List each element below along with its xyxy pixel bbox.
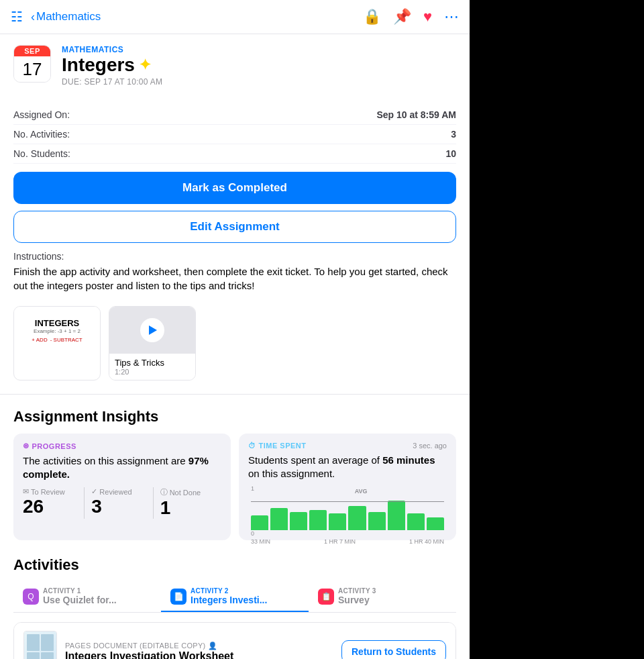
assigned-on-val: Sep 10 at 8:59 AM xyxy=(376,109,456,120)
axis-label-3: 1 HR 40 MIN xyxy=(409,538,444,545)
poster-thumb: INTEGERS Example: -3 + 1 = 2 + ADD - SUB… xyxy=(14,307,100,354)
not-done-val: 1 xyxy=(160,497,215,519)
progress-text: The activities on this assignment are 97… xyxy=(23,454,221,480)
back-label: Mathematics xyxy=(36,10,101,23)
activities-title: Activities xyxy=(13,556,456,574)
play-icon xyxy=(149,325,157,335)
assignment-meta: Assigned On: Sep 10 at 8:59 AM No. Activ… xyxy=(0,97,470,164)
time-chart: 1 AVG xyxy=(248,485,447,532)
lock-icon[interactable]: 🔒 xyxy=(363,8,381,26)
bar-8 xyxy=(388,501,405,530)
students-val: 10 xyxy=(445,148,456,159)
bar-5 xyxy=(329,513,346,530)
poster-subtract-label: - SUBTRACT xyxy=(50,337,83,343)
section-divider xyxy=(0,394,470,395)
cal-day: 17 xyxy=(14,56,50,83)
bar-7 xyxy=(368,512,386,531)
doc-name: Integers Investigation Worksheet xyxy=(65,650,333,660)
insights-section: Assignment Insights ⊛ PROGRESS The activ… xyxy=(0,397,470,546)
doc-thumbnail xyxy=(23,631,57,659)
play-button-container[interactable] xyxy=(109,307,195,354)
progress-label: ⊛ PROGRESS xyxy=(23,442,221,450)
attachment-poster[interactable]: INTEGERS Example: -3 + 1 = 2 + ADD - SUB… xyxy=(13,306,101,381)
more-icon[interactable]: ⋯ xyxy=(444,8,459,26)
x-axis-0: 0 xyxy=(251,530,254,537)
time-spent-card: ⏱ TIME SPENT 3 sec. ago Students spent a… xyxy=(239,434,456,540)
bar-4 xyxy=(309,510,327,530)
students-row: No. Students: 10 xyxy=(13,144,456,164)
reviewed-val: 3 xyxy=(91,496,146,517)
instructions-label: Instructions: xyxy=(13,251,456,262)
bar-2 xyxy=(270,508,288,530)
tab-1-num: ACTIVITY 1 xyxy=(43,587,117,595)
reviewed-stat: ✓ Reviewed 3 xyxy=(84,487,152,519)
tab-2-name: Integers Investi... xyxy=(191,595,267,605)
action-buttons: Mark as Completed Edit Assignment xyxy=(0,164,470,251)
mark-complete-button[interactable]: Mark as Completed xyxy=(13,172,456,204)
tab-activity-1[interactable]: Q ACTIVITY 1 Use Quizlet for... xyxy=(13,582,161,612)
assignment-header: SEP 17 MATHEMATICS Integers ✦ DUE: SEP 1… xyxy=(0,34,470,97)
tab-1-name: Use Quizlet for... xyxy=(43,595,117,605)
integers-poster-subtitle: Example: -3 + 1 = 2 xyxy=(34,328,80,334)
sparkle-icon: ✦ xyxy=(139,56,151,74)
attachments-row: INTEGERS Example: -3 + 1 = 2 + ADD - SUB… xyxy=(0,301,470,391)
video-duration: 1:20 xyxy=(115,368,190,376)
clock-icon: ⏱ xyxy=(248,442,256,450)
integers-poster-title: INTEGERS xyxy=(35,318,79,328)
edit-assignment-button[interactable]: Edit Assignment xyxy=(13,211,456,243)
to-review-stat: ✉ To Review 26 xyxy=(23,487,84,519)
doc-thumb-image xyxy=(24,631,56,659)
instructions-text: Finish the app activity and worksheet, t… xyxy=(13,264,456,293)
progress-stats: ✉ To Review 26 ✓ Reviewed 3 xyxy=(23,487,221,519)
assignment-title-text: Integers xyxy=(62,54,135,76)
person-icon: 👤 xyxy=(208,642,217,650)
calendar-badge: SEP 17 xyxy=(13,45,51,83)
doc-type: PAGES DOCUMENT (EDITABLE COPY) 👤 xyxy=(65,642,333,650)
cal-month: SEP xyxy=(14,46,50,56)
pin-icon[interactable]: 📌 xyxy=(393,8,411,26)
chart-bars xyxy=(248,493,447,530)
video-thumb xyxy=(109,307,195,354)
assigned-on-row: Assigned On: Sep 10 at 8:59 AM xyxy=(13,105,456,125)
attachment-video[interactable]: Tips & Tricks 1:20 xyxy=(109,306,196,381)
top-nav: ☷ ‹ Mathematics 🔒 📌 ♥ ⋯ xyxy=(0,0,470,34)
bar-6 xyxy=(348,506,366,530)
tab-2-num: ACTIVITY 2 xyxy=(191,587,267,595)
activities-label: No. Activities: xyxy=(13,129,70,140)
to-review-val: 26 xyxy=(23,496,77,517)
due-date: DUE: SEP 17 AT 10:00 AM xyxy=(62,77,456,87)
tab-activity-2[interactable]: 📄 ACTIVITY 2 Integers Investi... xyxy=(161,582,309,612)
assignment-title-block: MATHEMATICS Integers ✦ DUE: SEP 17 AT 10… xyxy=(62,45,456,87)
activities-val: 3 xyxy=(451,129,456,140)
assignment-name: Integers ✦ xyxy=(62,54,456,76)
tab-activity-3[interactable]: 📋 ACTIVITY 3 Survey xyxy=(309,582,456,612)
doc-info: PAGES DOCUMENT (EDITABLE COPY) 👤 Integer… xyxy=(65,642,333,660)
back-button[interactable]: ‹ Mathematics xyxy=(31,10,101,24)
students-label: No. Students: xyxy=(13,148,70,159)
axis-label-1: 33 MIN xyxy=(251,538,270,545)
assigned-on-label: Assigned On: xyxy=(13,109,70,120)
activities-section: Activities Q ACTIVITY 1 Use Quizlet for.… xyxy=(0,546,470,659)
nav-icons: 🔒 📌 ♥ ⋯ xyxy=(363,8,459,26)
return-students-button[interactable]: Return to Students xyxy=(341,640,446,659)
heart-icon[interactable]: ♥ xyxy=(423,8,432,26)
tray-icon: ✉ xyxy=(23,487,29,496)
activity-tabs: Q ACTIVITY 1 Use Quizlet for... 📄 ACTIVI… xyxy=(13,582,456,613)
tab-3-name: Survey xyxy=(338,595,376,605)
doc-header: PAGES DOCUMENT (EDITABLE COPY) 👤 Integer… xyxy=(14,623,455,659)
integers-poster-image: INTEGERS Example: -3 + 1 = 2 + ADD - SUB… xyxy=(14,307,100,354)
activities-row: No. Activities: 3 xyxy=(13,125,456,144)
axis-label-2: 1 HR 7 MIN xyxy=(324,538,356,545)
time-ago: 3 sec. ago xyxy=(413,442,447,450)
insights-grid: ⊛ PROGRESS The activities on this assign… xyxy=(13,434,456,540)
check-icon: ✓ xyxy=(91,487,97,496)
chart-axis: 33 MIN 1 HR 7 MIN 1 HR 40 MIN xyxy=(248,538,447,545)
poster-add-label: + ADD xyxy=(32,337,47,343)
time-spent-label: ⏱ TIME SPENT 3 sec. ago xyxy=(248,442,447,450)
bar-1 xyxy=(251,515,268,530)
time-spent-text: Students spent an average of 56 minutes … xyxy=(248,454,447,480)
play-circle xyxy=(140,318,164,342)
bar-10 xyxy=(427,517,444,530)
sidebar-toggle-icon[interactable]: ☷ xyxy=(11,9,23,25)
progress-card: ⊛ PROGRESS The activities on this assign… xyxy=(13,434,231,540)
